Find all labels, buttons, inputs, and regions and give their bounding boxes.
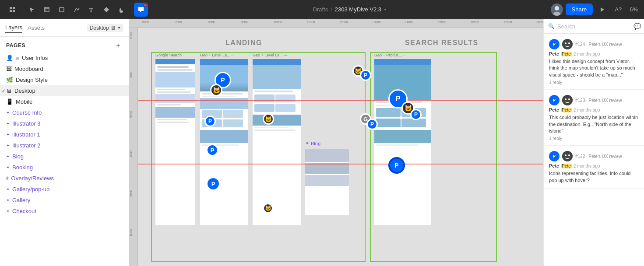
- svg-rect-3: [13, 10, 15, 12]
- select-tool[interactable]: [25, 3, 39, 17]
- svg-point-17: [562, 95, 573, 105]
- comment-avatar-pete: P: [549, 39, 560, 49]
- svg-point-11: [555, 6, 559, 10]
- page-item-design-style[interactable]: 🌿Design Style: [0, 74, 129, 85]
- comment-time: 2 months ago: [574, 52, 600, 56]
- svg-rect-7: [60, 7, 64, 12]
- page-emoji: 👤: [6, 55, 13, 61]
- svg-point-20: [562, 151, 573, 161]
- frame-search-results[interactable]: Geo + Produt ... ···: [370, 52, 497, 262]
- user-avatar[interactable]: [551, 4, 563, 16]
- pages-title: Pages: [6, 42, 25, 49]
- frame-blog[interactable]: [305, 149, 349, 215]
- avatar-pete-sr-2[interactable]: P: [410, 109, 422, 120]
- page-emoji: 🌿: [6, 77, 13, 83]
- page-item-blog[interactable]: ✦Blog: [0, 151, 129, 162]
- comment-author: Pete: [549, 163, 559, 168]
- page-item-booking[interactable]: ✦Booking: [0, 162, 129, 173]
- divider-2: [131, 4, 131, 15]
- zoom-level[interactable]: 6%: [627, 4, 640, 14]
- toolbar-center: Drafts / 2303 MyDive V2.3: [151, 6, 549, 13]
- frame-geo-prod[interactable]: [374, 59, 431, 225]
- avatar-pete-5[interactable]: P: [366, 119, 378, 130]
- search-input[interactable]: [557, 23, 631, 30]
- page-item-gallery-pop-up[interactable]: ✦Gallery/pop-up: [0, 184, 129, 195]
- avatar-pete-4[interactable]: P: [206, 144, 218, 156]
- vector-tool[interactable]: [70, 3, 84, 17]
- hand-tool[interactable]: [114, 3, 128, 17]
- diamond-icon: ✦: [6, 187, 10, 192]
- avatar-pete-6[interactable]: P: [206, 177, 220, 191]
- svg-rect-4: [45, 7, 49, 12]
- avatar-dark-1[interactable]: 🐱: [210, 84, 222, 96]
- shape-tool[interactable]: [55, 3, 69, 17]
- page-name: Gallery/pop-up: [12, 186, 49, 192]
- avatar-pete-2[interactable]: P: [360, 70, 371, 81]
- page-item-mobile[interactable]: 📱Mobile: [0, 96, 129, 107]
- avatar-dark-3[interactable]: 🐱: [263, 113, 274, 125]
- ruler-left: [129, 28, 138, 266]
- comment-author: Pete: [549, 51, 559, 56]
- comment-item-1[interactable]: P #123 · Pete's UX review Pete Pete 2 mo…: [544, 90, 644, 146]
- comments-search-bar: 🔍 💬 ⇅: [544, 19, 644, 34]
- page-item-overlay-reviews[interactable]: #Overlay/Reviews: [0, 173, 129, 184]
- frame-label-google: Google Search: [155, 53, 182, 57]
- text-tool[interactable]: T: [84, 3, 99, 17]
- tab-assets[interactable]: Assets: [28, 23, 45, 33]
- guide-line-2: [138, 164, 543, 164]
- svg-marker-9: [104, 7, 109, 12]
- comment-item-2[interactable]: P #122 · Pete's UX review Pete Pete 2 mo…: [544, 146, 644, 189]
- avatar-pete-3[interactable]: P: [204, 116, 216, 127]
- page-item-moodboard[interactable]: 🖼Moodboard: [0, 63, 129, 74]
- page-item-illustrator-2[interactable]: ✦Illustrator 2: [0, 140, 129, 151]
- components-tool[interactable]: [99, 3, 113, 17]
- comment-avatar-dark: [562, 95, 573, 105]
- home-button[interactable]: [5, 3, 19, 17]
- svg-point-16: [568, 42, 570, 44]
- comment-reply-count[interactable]: 1 reply: [549, 80, 639, 85]
- page-item-user-infos[interactable]: 👤⊞User Infos: [0, 52, 129, 63]
- breadcrumb-drafts[interactable]: Drafts: [313, 6, 328, 13]
- canvas-content: LANDING SEARCH RESULTS Google Search: [138, 28, 543, 266]
- page-item-course-info[interactable]: ✦Course Info: [0, 107, 129, 118]
- frame-landing[interactable]: Google Search: [151, 52, 366, 262]
- page-name: Design Style: [16, 77, 48, 83]
- page-name: illustrator 1: [12, 131, 40, 138]
- page-emoji: 📱: [6, 98, 13, 105]
- svg-marker-13: [601, 7, 604, 12]
- svg-point-15: [565, 42, 567, 44]
- guide-line-1: [138, 100, 543, 101]
- tab-layers[interactable]: Layers: [5, 22, 22, 33]
- blog-label: Blog: [311, 141, 320, 146]
- page-item-checkout[interactable]: ✦Checkout: [0, 206, 129, 217]
- avatar-pete-sr-3[interactable]: P: [388, 157, 405, 174]
- comment-text: Icons representing facilities. Info coul…: [549, 170, 639, 184]
- share-button[interactable]: Share: [566, 4, 593, 15]
- svg-rect-1: [13, 7, 15, 9]
- page-item-desktop[interactable]: 🖥Desktop: [0, 85, 129, 96]
- toolbar: T Drafts / 2303 MyDive V2.3 Share: [0, 0, 644, 19]
- a-label[interactable]: A?: [612, 4, 624, 14]
- frame-geo2[interactable]: [253, 59, 301, 225]
- svg-point-19: [568, 98, 570, 100]
- diamond-icon: ✦: [6, 110, 10, 115]
- page-item-illustrator-1[interactable]: ✦illustrator 1: [0, 129, 129, 140]
- frame-google[interactable]: [155, 59, 195, 225]
- breadcrumb-project[interactable]: 2303 MyDive V2.3: [335, 6, 387, 13]
- add-page-button[interactable]: +: [114, 41, 123, 50]
- avatar-dark-bottom[interactable]: 🐱: [263, 203, 273, 214]
- comment-item-0[interactable]: P #124 · Pete's UX review Pete Pete 2 mo…: [544, 34, 644, 90]
- page-item-gallery[interactable]: ✦Gallery: [0, 195, 129, 206]
- main-area: Layers Assets Desktop 🖥 Pages + 👤⊞User I…: [0, 19, 644, 266]
- play-button[interactable]: [595, 3, 609, 17]
- frame-tool[interactable]: [40, 3, 54, 17]
- comment-tool[interactable]: [134, 3, 148, 17]
- page-list: 👤⊞User Infos🖼Moodboard🌿Design Style🖥Desk…: [0, 52, 129, 266]
- filter-blue-icon[interactable]: 💬: [633, 23, 641, 30]
- comment-reply-count[interactable]: 1 reply: [549, 136, 639, 141]
- comment-id: #122 · Pete's UX review: [575, 154, 622, 159]
- svg-rect-2: [10, 10, 12, 12]
- view-selector[interactable]: Desktop 🖥: [87, 24, 123, 32]
- canvas-area[interactable]: LANDING SEARCH RESULTS Google Search: [129, 19, 543, 266]
- page-item-illustrator-3[interactable]: ✦Illustrator 3: [0, 118, 129, 129]
